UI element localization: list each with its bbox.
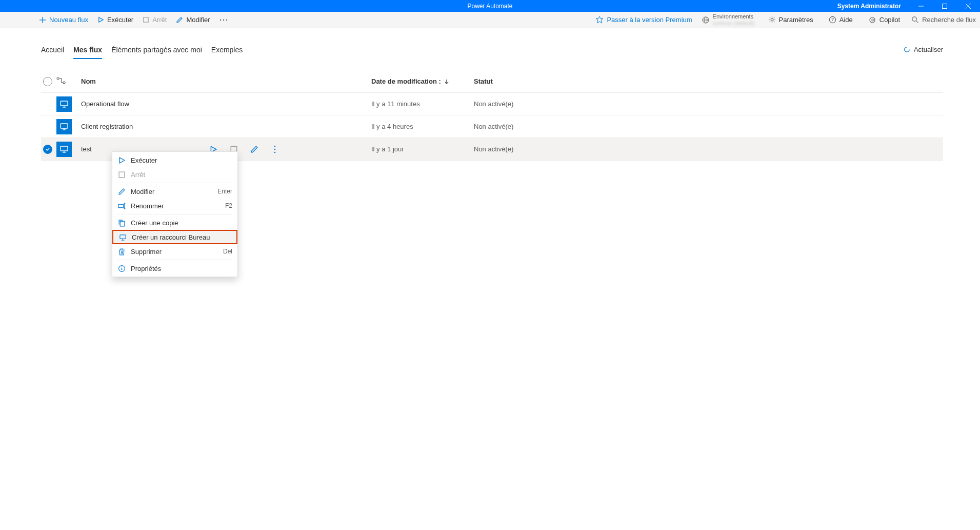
help-icon: ?	[829, 16, 836, 24]
svg-rect-26	[61, 124, 68, 128]
env-name: contoso (default)	[713, 20, 755, 26]
grid-header: Nom Date de modification : Statut	[41, 70, 943, 93]
refresh-icon	[903, 46, 911, 53]
app-title: Power Automate	[467, 3, 512, 10]
svg-rect-7	[144, 17, 148, 22]
tab-my-flows[interactable]: Mes flux	[73, 46, 102, 59]
refresh-label: Actualiser	[914, 46, 943, 53]
settings-label: Paramètres	[779, 16, 813, 24]
row-checkbox[interactable]	[43, 145, 52, 154]
maximize-button[interactable]	[933, 0, 956, 12]
col-name-header[interactable]: Nom	[74, 77, 289, 85]
svg-point-36	[274, 151, 276, 153]
svg-marker-37	[119, 158, 125, 161]
run-label: Exécuter	[107, 16, 133, 24]
svg-point-8	[219, 19, 221, 20]
svg-rect-23	[61, 101, 68, 106]
svg-point-21	[63, 82, 65, 84]
titlebar: Power Automate System Administrator	[0, 0, 980, 12]
flow-modified: Il y a 1 jour	[371, 145, 474, 153]
svg-point-35	[274, 148, 276, 150]
settings-button[interactable]: Paramètres	[764, 14, 817, 26]
svg-point-14	[771, 18, 773, 21]
svg-point-18	[912, 17, 916, 21]
search-input[interactable]: Recherche de flux	[911, 16, 976, 24]
refresh-button[interactable]: Actualiser	[903, 46, 943, 53]
minimize-button[interactable]	[909, 0, 933, 12]
copilot-label: Copilot	[879, 16, 900, 24]
premium-label: Passer à la version Premium	[607, 16, 692, 24]
globe-icon	[702, 16, 710, 24]
desktop-flow-icon	[56, 119, 72, 134]
col-status-header[interactable]: Statut	[474, 77, 943, 85]
run-button[interactable]: Exécuter	[93, 14, 137, 26]
env-label: Environnements	[713, 13, 755, 19]
svg-point-20	[57, 77, 59, 80]
tabs: Accueil Mes flux Éléments partagés avec …	[41, 46, 243, 59]
row-more-button[interactable]	[271, 145, 279, 153]
new-flow-button[interactable]: Nouveau flux	[35, 14, 92, 26]
tab-home[interactable]: Accueil	[41, 46, 64, 59]
tab-shared[interactable]: Éléments partagés avec moi	[111, 46, 202, 59]
col-modified-header[interactable]: Date de modification :	[371, 77, 474, 85]
flow-modified: Il y a 4 heures	[371, 123, 474, 130]
new-flow-label: Nouveau flux	[49, 16, 88, 24]
desktop-flow-icon	[56, 142, 72, 157]
premium-link[interactable]: Passer à la version Premium	[595, 16, 692, 24]
search-placeholder: Recherche de flux	[922, 16, 976, 24]
flow-modified: Il y a 11 minutes	[371, 100, 474, 108]
svg-point-34	[274, 145, 276, 147]
context-menu: Exécuter Arrêt Modifier Enter Renommer F…	[112, 151, 238, 161]
svg-rect-29	[61, 146, 68, 151]
help-label: Aide	[839, 16, 853, 24]
flow-status: Non activé(e)	[474, 100, 943, 108]
stop-button: Arrêt	[138, 14, 171, 26]
edit-label: Modifier	[186, 16, 210, 24]
flow-status: Non activé(e)	[474, 145, 943, 153]
table-row[interactable]: Client registration Il y a 4 heures Non …	[41, 115, 943, 138]
table-row[interactable]: Operational flow Il y a 11 minutes Non a…	[41, 93, 943, 115]
command-bar: Nouveau flux Exécuter Arrêt Modifier Pas…	[0, 12, 980, 28]
tab-examples[interactable]: Exemples	[211, 46, 243, 59]
desktop-flow-icon	[56, 96, 72, 112]
edit-button[interactable]: Modifier	[172, 14, 214, 26]
user-name[interactable]: System Administrator	[829, 3, 909, 10]
svg-text:?: ?	[831, 17, 834, 22]
sort-down-icon	[444, 79, 449, 84]
play-icon	[117, 156, 126, 161]
environment-picker[interactable]: Environnements contoso (default)	[699, 13, 757, 26]
svg-rect-1	[943, 4, 947, 8]
flow-type-icon	[56, 77, 74, 86]
flow-status: Non activé(e)	[474, 123, 943, 130]
flow-name[interactable]: Client registration	[74, 123, 289, 130]
flow-grid: Nom Date de modification : Statut Operat…	[41, 70, 943, 161]
svg-line-19	[916, 21, 918, 23]
help-button[interactable]: ? Aide	[825, 14, 857, 26]
svg-point-9	[223, 19, 224, 20]
flow-name[interactable]: Operational flow	[74, 100, 289, 108]
select-all-checkbox[interactable]	[43, 77, 52, 86]
more-button[interactable]	[215, 17, 232, 23]
row-edit-button[interactable]	[250, 145, 258, 153]
svg-marker-6	[99, 17, 103, 22]
close-button[interactable]	[956, 0, 980, 12]
svg-point-10	[226, 19, 227, 20]
gear-icon	[768, 16, 776, 24]
copilot-button[interactable]: Copilot	[864, 14, 904, 26]
copilot-icon	[868, 16, 876, 24]
stop-label: Arrêt	[152, 16, 167, 24]
menu-run[interactable]: Exécuter	[112, 153, 237, 161]
search-icon	[911, 16, 919, 24]
